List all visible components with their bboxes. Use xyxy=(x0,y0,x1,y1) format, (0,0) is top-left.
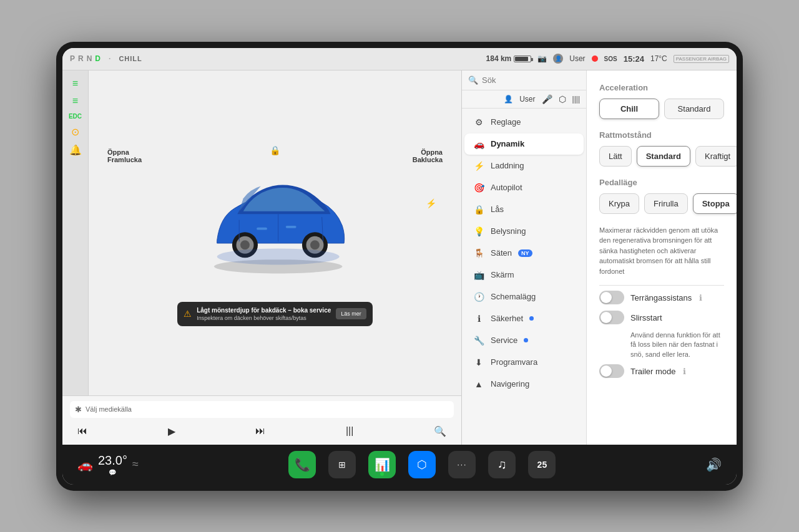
laddning-icon: ⚡ xyxy=(473,161,484,171)
edc-icon[interactable]: EDC xyxy=(69,113,82,120)
hvac-fan-icon[interactable]: ≈ xyxy=(132,458,139,471)
chart-taskbar-button[interactable]: 📊 xyxy=(368,451,396,478)
volume-icon[interactable]: 🔊 xyxy=(706,457,722,472)
sidebar-item-service[interactable]: 🔧 Service xyxy=(464,330,584,351)
terrain-info-icon[interactable]: ℹ xyxy=(699,293,702,302)
more-taskbar-button[interactable]: ··· xyxy=(448,451,476,478)
trailer-info-icon[interactable]: ℹ xyxy=(683,367,686,376)
acceleration-button-group: Chill Standard xyxy=(599,99,724,119)
slir-toggle[interactable] xyxy=(599,311,624,324)
camera-icon: 📷 xyxy=(537,54,547,63)
slir-toggle-row: Slirsstart xyxy=(599,311,724,324)
user-account-icon: 👤 xyxy=(504,95,513,104)
phone-taskbar-button[interactable]: 📞 xyxy=(288,451,316,478)
saten-icon: 🪑 xyxy=(473,248,484,258)
sidebar-item-navigering[interactable]: ▲ Navigering xyxy=(464,374,584,395)
tpms-icon[interactable]: ⊙ xyxy=(71,126,79,138)
terrain-toggle-row: Terrängassistans ℹ xyxy=(599,291,724,304)
user-avatar-small: 👤 xyxy=(553,54,563,64)
drive-mode-label: CHILL xyxy=(119,55,142,62)
schemalagg-icon: 🕐 xyxy=(473,292,484,302)
programvara-icon: ⬇ xyxy=(473,357,484,367)
sidebar-item-programvara[interactable]: ⬇ Programvara xyxy=(464,352,584,373)
range-display: 184 km xyxy=(486,54,532,63)
apps-taskbar-button[interactable]: ⊞ xyxy=(328,451,356,478)
belysning-icon: 💡 xyxy=(473,226,484,236)
calendar-taskbar-button[interactable]: 25 xyxy=(528,451,556,478)
las-label: Lås xyxy=(491,205,504,214)
sidebar-item-reglage[interactable]: ⚙ Reglage xyxy=(464,112,584,133)
headlights-icon[interactable]: ≡ xyxy=(72,78,78,89)
play-button[interactable]: ▶ xyxy=(165,423,178,440)
bluetooth-icon[interactable]: ⬡ xyxy=(559,94,566,104)
media-source-selector[interactable]: ✱ Välj mediekälla xyxy=(70,401,454,418)
sakerhet-label: Säkerhet xyxy=(491,314,523,323)
warning-icon: ⚠ xyxy=(184,309,192,319)
warning-title: Lågt mönsterdjup för bakdäck – boka serv… xyxy=(197,307,331,314)
programvara-label: Programvara xyxy=(491,357,537,367)
time-display: 15:24 xyxy=(624,54,644,64)
sidebar-item-saten[interactable]: 🪑 Säten NY xyxy=(464,243,584,264)
equalizer-button[interactable]: ||| xyxy=(343,423,356,439)
acceleration-standard-button[interactable]: Standard xyxy=(664,99,724,119)
sidebar-item-las[interactable]: 🔒 Lås xyxy=(464,199,584,220)
navigering-label: Navigering xyxy=(491,379,529,389)
trailer-toggle[interactable] xyxy=(599,364,624,378)
pedal-roll-button[interactable]: Frirulla xyxy=(644,193,688,214)
taskbar-left: 🚗 23.0° 💬 ≈ xyxy=(77,453,139,476)
sakerhet-dot xyxy=(529,316,534,321)
left-icons: ≡ ≡ EDC ⊙ 🔔 xyxy=(62,70,89,395)
laddning-label: Laddning xyxy=(491,161,524,170)
pedal-hold-button[interactable]: Stoppa xyxy=(693,193,737,214)
search-input[interactable] xyxy=(482,75,587,85)
media-player: ✱ Välj mediekälla ⏮ ▶ ⏭ ||| 🔍 xyxy=(62,395,461,445)
sidebar-item-schemalagg[interactable]: 🕐 Schemalägg xyxy=(464,286,584,307)
bluetooth-taskbar-button[interactable]: ⬡ xyxy=(408,451,436,478)
car-illustration xyxy=(188,155,363,279)
car-view: Öppna Framlucka Öppna Baklucka 🔒 xyxy=(89,70,461,395)
left-panel: ≡ ≡ EDC ⊙ 🔔 Öppna Framlucka xyxy=(62,70,462,445)
previous-track-button[interactable]: ⏮ xyxy=(75,423,90,439)
next-track-button[interactable]: ⏭ xyxy=(253,423,268,439)
sidebar-item-sakerhet[interactable]: ℹ Säkerhet xyxy=(464,308,584,329)
spotify-icon: ♫ xyxy=(498,457,507,472)
sidebar-item-autopilot[interactable]: 🎯 Autopilot xyxy=(464,177,584,198)
sidebar-item-laddning[interactable]: ⚡ Laddning xyxy=(464,155,584,177)
terrain-toggle[interactable] xyxy=(599,291,624,304)
sidebar-item-skarm[interactable]: 📺 Skärm xyxy=(464,264,584,286)
seatbelt-icon[interactable]: 🔔 xyxy=(69,144,82,156)
airbag-label: PASSENGER AIRBAG xyxy=(674,55,729,63)
autopilot-label: Autopilot xyxy=(491,183,522,192)
schemalagg-label: Schemalägg xyxy=(491,292,536,301)
warning-subtitle: Inspektera om däcken behöver skiftas/byt… xyxy=(197,315,331,321)
charging-icon: ⚡ xyxy=(426,198,436,208)
main-content: ≡ ≡ EDC ⊙ 🔔 Öppna Framlucka xyxy=(62,70,737,445)
right-section: 🔍 👤 User 🎤 ⬡ |||| ⚙ xyxy=(462,70,737,445)
skarm-icon: 📺 xyxy=(473,270,484,280)
lock-status-icon: 🔒 xyxy=(270,145,280,155)
microphone-icon[interactable]: 🎤 xyxy=(542,94,552,104)
steering-heavy-button[interactable]: Kraftigt xyxy=(695,146,737,167)
sidebar-item-belysning[interactable]: 💡 Belysning xyxy=(464,221,584,242)
search-media-button[interactable]: 🔍 xyxy=(431,423,449,440)
more-icon: ··· xyxy=(457,460,467,469)
pedal-creep-button[interactable]: Krypa xyxy=(599,193,639,214)
steering-light-button[interactable]: Lätt xyxy=(599,146,632,167)
acceleration-chill-button[interactable]: Chill xyxy=(599,99,659,119)
search-icon: 🔍 xyxy=(468,75,478,85)
rear-icon[interactable]: ≡ xyxy=(72,95,78,107)
steering-button-group: Lätt Standard Kraftigt xyxy=(599,146,724,167)
spotify-taskbar-button[interactable]: ♫ xyxy=(488,451,516,478)
hvac-status: 💬 xyxy=(109,469,116,476)
front-hood-label[interactable]: Öppna Framlucka xyxy=(107,148,142,163)
media-source-label: Välj mediekälla xyxy=(86,405,132,413)
chart-icon: 📊 xyxy=(375,457,390,472)
car-taskbar-icon[interactable]: 🚗 xyxy=(77,457,93,472)
rear-trunk-label[interactable]: Öppna Baklucka xyxy=(413,148,443,163)
read-more-button[interactable]: Läs mer xyxy=(336,308,366,319)
steering-standard-button[interactable]: Standard xyxy=(637,146,690,167)
svg-point-6 xyxy=(310,240,320,249)
pedal-button-group: Krypa Frirulla Stoppa xyxy=(599,193,724,214)
gear-n: N xyxy=(87,54,93,63)
sidebar-item-dynamik[interactable]: 🚗 Dynamik xyxy=(464,133,584,155)
